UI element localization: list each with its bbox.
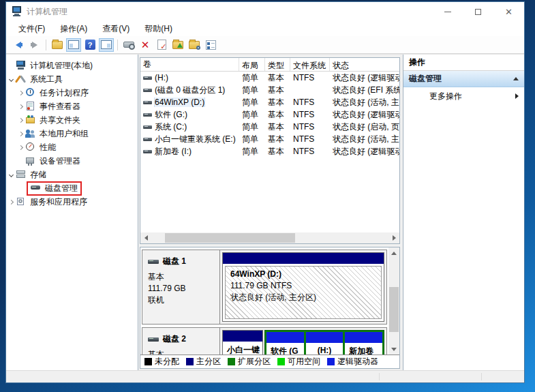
- partition-ruanjian[interactable]: 软件 (G: [266, 332, 304, 355]
- menu-file[interactable]: 文件(F): [13, 22, 50, 36]
- volume-icon: [143, 76, 152, 80]
- tree-item-services-applications[interactable]: 服务和应用程序: [6, 195, 138, 209]
- tree-item-shared-folders[interactable]: 共享文件夹: [6, 113, 138, 127]
- column-header-type[interactable]: 类型: [265, 58, 290, 71]
- clock-icon: [25, 87, 36, 98]
- scroll-right-icon[interactable]: [388, 232, 399, 243]
- chevron-down-icon[interactable]: [6, 78, 16, 81]
- device-tool-icon[interactable]: [121, 38, 136, 52]
- logical-drive-band: [306, 332, 343, 343]
- folder-search-icon[interactable]: [187, 38, 202, 52]
- partition-64winxp[interactable]: 64WinXP (D:) 111.79 GB NTFS 状态良好 (活动, 主分…: [222, 252, 384, 322]
- legend-item: 主分区: [186, 356, 221, 367]
- tree-item-task-scheduler[interactable]: 任务计划程序: [6, 86, 138, 100]
- table-row[interactable]: (H:) 简单 基本 NTFS 状态良好 (逻辑驱动: [140, 72, 399, 84]
- event-viewer-icon: [25, 101, 36, 112]
- maximize-button[interactable]: [463, 2, 493, 21]
- console-tree-toggle-icon[interactable]: [66, 38, 81, 52]
- volume-list-panel: 卷 布局 类型 文件系统 状态 (H:) 简单 基本 NTFS 状态良好 (逻辑…: [140, 57, 400, 244]
- toolbar-separator: [46, 40, 46, 50]
- minimize-button[interactable]: [432, 2, 463, 21]
- chevron-right-icon[interactable]: [16, 105, 25, 108]
- primary-partition-band: [223, 253, 384, 264]
- logical-drive-band: [345, 332, 382, 343]
- extended-partition: 软件 (G (H:) 新加卷: [264, 330, 384, 355]
- disk-2-label[interactable]: 磁盘 2 基本: [142, 328, 220, 355]
- volume-icon: [143, 113, 152, 117]
- menu-view[interactable]: 查看(V): [97, 22, 135, 36]
- forward-icon[interactable]: [27, 38, 42, 52]
- chevron-right-icon[interactable]: [6, 200, 16, 204]
- status-bar: [6, 370, 524, 382]
- scroll-down-icon[interactable]: [388, 344, 399, 355]
- properties-check-icon[interactable]: ✓: [154, 38, 169, 52]
- disk-icon: [31, 183, 42, 194]
- chevron-right-icon[interactable]: [16, 119, 25, 122]
- disk-1-label[interactable]: 磁盘 1 基本 111.79 GB 联机: [142, 250, 220, 324]
- legend-swatch: [228, 358, 235, 365]
- logical-drive-band: [266, 332, 304, 343]
- vertical-scrollbar[interactable]: [388, 247, 399, 355]
- desktop: { "window": { "title": "计算机管理" }, "menu"…: [0, 0, 535, 392]
- scroll-left-icon[interactable]: [140, 232, 151, 243]
- volume-list-header: 卷 布局 类型 文件系统 状态: [140, 58, 399, 72]
- partition-xinjiajuan[interactable]: 新加卷: [345, 332, 382, 355]
- chevron-down-icon[interactable]: [6, 173, 16, 177]
- table-row[interactable]: 系统 (C:) 简单 基本 NTFS 状态良好 (启动, 页: [140, 121, 399, 133]
- menu-action[interactable]: 操作(A): [55, 22, 93, 36]
- column-header-status[interactable]: 状态: [330, 58, 399, 71]
- column-header-filesystem[interactable]: 文件系统: [290, 58, 330, 71]
- checklist-icon[interactable]: [203, 38, 218, 52]
- delete-icon[interactable]: ✕: [138, 38, 153, 52]
- actions-section-disk-management[interactable]: 磁盘管理: [403, 71, 524, 87]
- partition-xiaobai[interactable]: 小白一键: [222, 330, 263, 355]
- disk-2-type: 基本: [148, 349, 215, 355]
- tree-item-device-manager[interactable]: 设备管理器: [6, 154, 138, 168]
- device-manager-icon: [25, 155, 36, 166]
- column-header-layout[interactable]: 布局: [239, 58, 265, 71]
- back-icon[interactable]: [11, 38, 26, 52]
- computer-management-window: 计算机管理 ✕ 文件(F) 操作(A) 查看(V) 帮助(H) ? ✕ ✓: [5, 1, 525, 383]
- menu-help[interactable]: 帮助(H): [139, 22, 178, 36]
- actions-title: 操作: [403, 55, 524, 71]
- tree-item-computer-management[interactable]: 计算机管理(本地): [6, 59, 138, 72]
- shared-folder-icon: [25, 115, 36, 125]
- scrollbar-thumb[interactable]: [165, 233, 295, 243]
- close-button[interactable]: ✕: [493, 2, 524, 21]
- volume-icon: [143, 125, 152, 129]
- table-row[interactable]: 64WinXP (D:) 简单 基本 NTFS 状态良好 (活动, 主: [140, 96, 399, 108]
- chevron-right-icon[interactable]: [16, 91, 25, 95]
- folder-up-icon[interactable]: [170, 38, 185, 52]
- horizontal-scrollbar[interactable]: [140, 232, 399, 243]
- action-pane-toggle-icon[interactable]: [99, 38, 114, 52]
- table-row[interactable]: 小白一键重装系统 (E:) 简单 基本 NTFS 状态良好 (活动, 主: [140, 133, 399, 145]
- help-icon[interactable]: ?: [82, 38, 97, 52]
- partition-h[interactable]: (H:): [306, 332, 343, 355]
- more-actions-item[interactable]: 更多操作: [403, 87, 524, 105]
- disk-1-state: 联机: [148, 295, 215, 306]
- submenu-arrow-icon: [515, 93, 519, 99]
- tree-item-local-users-groups[interactable]: 本地用户和组: [6, 127, 138, 140]
- table-row[interactable]: 软件 (G:) 简单 基本 NTFS 状态良好 (逻辑驱动: [140, 108, 399, 121]
- table-row[interactable]: 新加卷 (I:) 简单 基本 NTFS 状态良好 (逻辑驱动: [140, 145, 399, 157]
- performance-icon: [25, 142, 36, 153]
- chevron-right-icon[interactable]: [16, 132, 25, 136]
- primary-partition-band: [223, 331, 262, 342]
- folder-icon[interactable]: [50, 38, 65, 52]
- volume-icon: [143, 150, 152, 153]
- legend-item: 逻辑驱动器: [327, 356, 378, 367]
- tree-item-system-tools[interactable]: 系统工具: [6, 72, 138, 86]
- column-header-volume[interactable]: 卷: [140, 58, 239, 71]
- tree-item-storage[interactable]: 存储: [6, 168, 138, 181]
- table-row[interactable]: (磁盘 0 磁盘分区 1) 简单 基本 状态良好 (EFI 系统: [140, 84, 399, 96]
- disk-1-size: 111.79 GB: [148, 283, 215, 295]
- chevron-right-icon[interactable]: [16, 146, 25, 149]
- tree-item-event-viewer[interactable]: 事件查看器: [6, 100, 138, 113]
- tree-item-performance[interactable]: 性能: [6, 140, 138, 154]
- legend-item: 扩展分区: [228, 356, 271, 367]
- computer-icon: [16, 60, 27, 71]
- tree-item-disk-management[interactable]: 磁盘管理: [6, 181, 138, 195]
- scroll-up-icon[interactable]: [388, 247, 399, 258]
- collapse-icon[interactable]: [513, 77, 519, 80]
- scrollbar-thumb[interactable]: [389, 287, 399, 332]
